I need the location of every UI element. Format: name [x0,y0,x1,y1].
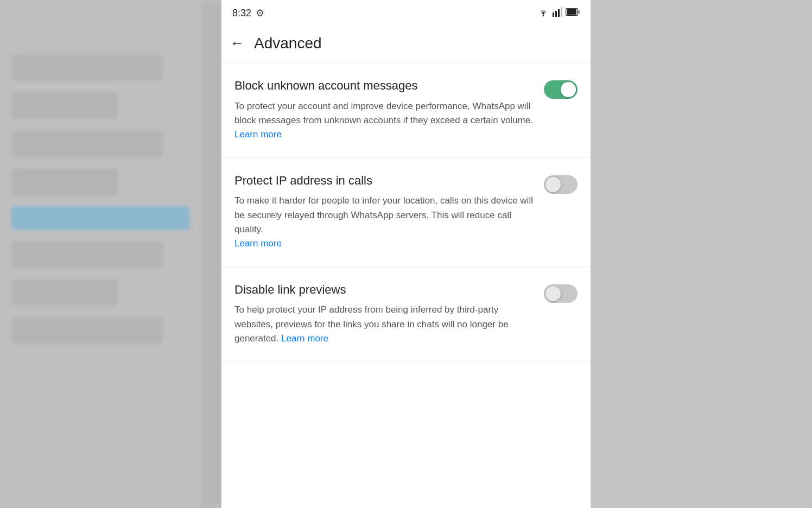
status-icons [537,7,580,19]
disable-link-previews-toggle-knob [545,286,561,301]
block-unknown-toggle-knob [561,82,576,97]
setting-disable-link-previews-description: To help protect your IP address from bei… [234,303,533,346]
block-unknown-learn-more-link[interactable]: Learn more [234,129,282,139]
disable-link-previews-toggle-container [544,282,578,303]
blur-block-3 [11,130,163,157]
setting-disable-link-previews-text: Disable link previews To help protect yo… [234,282,533,346]
svg-rect-3 [558,9,560,17]
setting-protect-ip: Protect IP address in calls To make it h… [221,158,591,267]
setting-block-unknown-title: Block unknown account messages [234,78,533,94]
header: ← Advanced [221,24,591,63]
blur-block-6 [11,279,118,306]
svg-rect-6 [578,10,580,14]
protect-ip-learn-more-link[interactable]: Learn more [234,238,282,249]
blurred-right-panel [562,0,812,508]
setting-protect-ip-description: To make it harder for people to infer yo… [234,194,533,251]
block-unknown-toggle[interactable] [544,80,578,99]
blur-block-1 [11,54,163,81]
setting-protect-ip-title: Protect IP address in calls [234,173,533,189]
setting-block-unknown-text: Block unknown account messages To protec… [234,78,533,142]
setting-block-unknown: Block unknown account messages To protec… [221,63,591,158]
protect-ip-toggle-container [544,173,578,194]
blur-block-2 [11,92,118,119]
setting-protect-ip-text: Protect IP address in calls To make it h… [234,173,533,251]
content-area: Block unknown account messages To protec… [221,63,591,508]
setting-disable-link-previews-title: Disable link previews [234,282,533,298]
protect-ip-toggle[interactable] [544,175,578,194]
svg-rect-1 [553,12,554,17]
svg-rect-2 [555,11,557,17]
status-time-text: 8:32 [232,8,251,19]
battery-icon [566,8,580,18]
disable-link-previews-toggle[interactable] [544,284,578,303]
svg-point-0 [543,15,544,17]
blur-block-5 [11,241,163,268]
svg-rect-4 [561,7,562,17]
wifi-icon [537,7,549,19]
blur-block-7 [11,317,163,344]
status-time-container: 8:32 ⚙ [232,7,264,19]
blurred-left-panel [0,0,201,508]
page-title: Advanced [254,35,322,52]
back-button[interactable]: ← [230,35,244,52]
setting-block-unknown-description: To protect your account and improve devi… [234,99,533,142]
phone-panel: 8:32 ⚙ [221,0,591,508]
status-bar: 8:32 ⚙ [221,0,591,24]
disable-link-previews-learn-more-link[interactable]: Learn more [281,333,328,344]
setting-disable-link-previews: Disable link previews To help protect yo… [221,267,591,362]
svg-rect-7 [567,9,576,15]
block-unknown-toggle-container [544,78,578,99]
protect-ip-toggle-knob [545,177,561,192]
gear-icon: ⚙ [256,7,264,19]
signal-icon [553,7,562,19]
blur-block-4 [11,168,118,195]
blur-block-highlight [11,206,190,230]
